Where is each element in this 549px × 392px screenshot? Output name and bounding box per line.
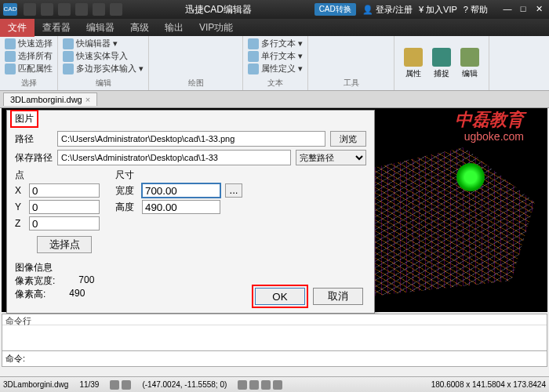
polygon-icon: [63, 64, 74, 74]
command-history: 命令行: [2, 314, 547, 325]
save-path-input[interactable]: [57, 150, 291, 165]
pixel-width-label: 像素宽度:: [15, 274, 55, 288]
height-label: 高度: [115, 201, 137, 214]
group-draw-label: 绘图: [154, 78, 238, 89]
command-input[interactable]: [30, 353, 544, 365]
group-select-label: 选择: [5, 78, 53, 89]
close-icon[interactable]: ✕: [532, 4, 546, 15]
menu-editor[interactable]: 编辑器: [78, 19, 122, 37]
import-icon: [63, 51, 74, 62]
redo-icon[interactable]: [110, 3, 122, 16]
ortho-toggle-icon[interactable]: [261, 380, 271, 390]
vip-link[interactable]: ¥ 加入VIP: [419, 4, 457, 16]
match-props[interactable]: 匹配属性: [5, 63, 53, 74]
polygon-entity[interactable]: 多边形实体输入▾: [63, 63, 144, 74]
menu-output[interactable]: 输出: [157, 19, 191, 37]
group-text-label: 文本: [248, 78, 303, 89]
properties-button[interactable]: 属性: [399, 46, 427, 81]
quick-select[interactable]: 快速选择: [5, 38, 53, 49]
pixel-width-value: 700: [78, 274, 94, 288]
stext[interactable]: 单行文本▾: [248, 50, 303, 62]
status-icon-1[interactable]: [110, 380, 119, 390]
x-label: X: [15, 185, 24, 196]
cad-convert-button[interactable]: CAD转换: [314, 3, 356, 16]
z-input[interactable]: [29, 216, 100, 230]
attrdef[interactable]: 属性定义▾: [248, 63, 303, 74]
group-tools-label: 工具: [313, 78, 389, 89]
quick-select-icon: [5, 38, 16, 49]
doc-tab-active[interactable]: 3DLamborgini.dwg×: [3, 93, 97, 106]
status-extents: 180.6008 x 141.5804 x 173.8424: [431, 380, 546, 389]
point-title: 点: [15, 169, 100, 182]
print-icon[interactable]: [75, 3, 88, 16]
select-point-button[interactable]: 选择点: [37, 236, 92, 253]
tab-close-icon[interactable]: ×: [85, 95, 90, 104]
width-input[interactable]: [142, 183, 220, 198]
editor-icon: [63, 38, 74, 49]
width-more-button[interactable]: ...: [225, 183, 242, 198]
undo-icon[interactable]: [93, 3, 105, 16]
menu-bar: 文件 查看器 编辑器 高级 输出 VIP功能: [0, 19, 549, 36]
quick-editor[interactable]: 快编辑器▾: [63, 38, 144, 49]
maximize-icon[interactable]: □: [516, 4, 530, 15]
stext-icon: [248, 51, 259, 62]
status-doc: 3DLamborgini.dwg: [3, 380, 68, 389]
mtext-icon: [248, 38, 259, 49]
menu-advanced[interactable]: 高级: [122, 19, 157, 37]
path-label: 路径: [15, 132, 53, 146]
select-all-icon: [5, 51, 16, 62]
app-icon: CAD: [3, 3, 17, 16]
command-area: 命令行 命令:: [2, 314, 547, 367]
menu-vip[interactable]: VIP功能: [191, 19, 241, 37]
match-icon: [5, 64, 16, 74]
menu-viewer[interactable]: 查看器: [35, 19, 78, 37]
minimize-icon[interactable]: —: [500, 4, 514, 15]
snap-button[interactable]: 捕捉: [427, 46, 456, 81]
status-cursor-coord: (-147.0024, -11.5558; 0): [142, 380, 227, 389]
status-icon-2[interactable]: [122, 380, 131, 390]
height-input[interactable]: [142, 200, 220, 214]
command-line: 命令:: [2, 350, 547, 366]
save-mode-select[interactable]: 完整路径: [296, 150, 366, 165]
menu-file[interactable]: 文件: [0, 19, 35, 37]
title-bar: CAD 迅捷CAD编辑器 CAD转换 👤 登录/注册 ¥ 加入VIP ? 帮助 …: [0, 0, 549, 19]
browse-button[interactable]: 浏览: [330, 131, 366, 147]
attr-icon: [248, 64, 259, 74]
mtext[interactable]: 多行文本▾: [248, 38, 303, 49]
width-label: 宽度: [115, 184, 137, 198]
entity-import[interactable]: 快速实体导入: [63, 50, 144, 62]
z-label: Z: [15, 218, 24, 229]
status-bar: 3DLamborgini.dwg 11/39 (-147.0024, -11.5…: [0, 376, 549, 392]
size-title: 尺寸: [115, 169, 242, 182]
save-path-label: 保存路径: [15, 151, 53, 165]
y-input[interactable]: [29, 200, 100, 214]
polar-toggle-icon[interactable]: [273, 380, 282, 390]
y-label: Y: [15, 201, 24, 212]
dialog-tab-image[interactable]: 图片: [10, 110, 38, 128]
group-edit-label: 编辑: [63, 78, 144, 89]
command-prompt: 命令:: [5, 353, 25, 365]
edit-icon: [460, 48, 479, 67]
document-tabs: 3DLamborgini.dwg×: [0, 91, 549, 108]
image-info-title: 图像信息: [15, 261, 366, 274]
x-input[interactable]: [29, 183, 100, 198]
help-link[interactable]: ? 帮助: [464, 4, 488, 16]
edit-button[interactable]: 编辑: [456, 46, 484, 81]
save-icon[interactable]: [58, 3, 71, 16]
login-link[interactable]: 👤 登录/注册: [362, 4, 413, 16]
pixel-height-label: 像素高:: [15, 288, 45, 301]
pixel-height-value: 490: [69, 288, 85, 301]
open-icon[interactable]: [41, 3, 53, 16]
grid-toggle-icon[interactable]: [249, 380, 259, 390]
cancel-button[interactable]: 取消: [313, 288, 363, 305]
new-icon[interactable]: [24, 3, 36, 16]
select-all[interactable]: 选择所有: [5, 50, 53, 62]
status-progress: 11/39: [79, 380, 99, 389]
path-input[interactable]: [57, 131, 325, 147]
ribbon: 快速选择 选择所有 匹配属性 选择 快编辑器▾ 快速实体导入 多边形实体输入▾ …: [0, 36, 549, 91]
snap-toggle-icon[interactable]: [238, 380, 247, 390]
ok-button[interactable]: OK: [255, 288, 305, 305]
window-title: 迅捷CAD编辑器: [122, 3, 314, 16]
snap-icon: [432, 48, 451, 67]
command-output: [2, 325, 547, 350]
